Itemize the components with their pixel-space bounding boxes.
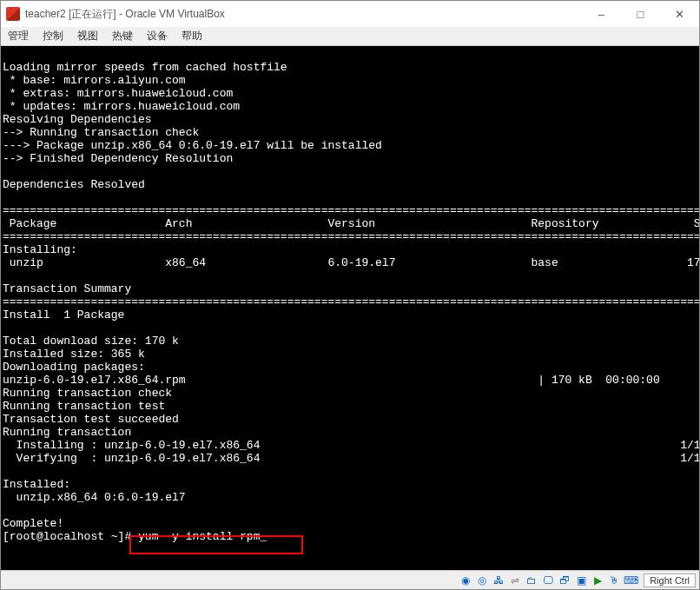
terminal-line: Dependencies Resolved bbox=[3, 178, 145, 191]
statusbar: ◉ ◎ 🖧 ⇌ 🗀 🖵 🗗 ▣ ▶ 🖰 ⌨ Right Ctrl bbox=[1, 570, 699, 589]
usb-icon[interactable]: ⇌ bbox=[508, 573, 522, 587]
terminal-line: Running transaction bbox=[3, 426, 131, 439]
host-key-indicator[interactable]: Right Ctrl bbox=[644, 573, 696, 587]
terminal-line: Install 1 Package bbox=[3, 308, 124, 322]
terminal-line: Loading mirror speeds from cached hostfi… bbox=[3, 61, 287, 74]
terminal-line: Downloading packages: bbox=[3, 361, 145, 374]
terminal-line: Installing : unzip-6.0-19.el7.x86_64 1/1 bbox=[3, 439, 699, 452]
terminal-line: Complete! bbox=[3, 517, 63, 530]
terminal-line: Running transaction test bbox=[3, 400, 165, 413]
separator: ========================================… bbox=[3, 204, 699, 217]
minimize-button[interactable]: – bbox=[582, 1, 621, 27]
terminal-line: Installing: bbox=[3, 243, 77, 256]
terminal-line: * base: mirrors.aliyun.com bbox=[3, 74, 186, 87]
terminal-line: Transaction test succeeded bbox=[3, 413, 179, 426]
keyboard-icon[interactable]: ⌨ bbox=[624, 573, 637, 587]
menu-devices[interactable]: 设备 bbox=[147, 29, 168, 43]
maximize-button[interactable]: □ bbox=[621, 1, 660, 27]
separator: ========================================… bbox=[3, 295, 699, 308]
virtualbox-icon bbox=[6, 7, 20, 21]
terminal-line: Installed: bbox=[3, 478, 70, 491]
terminal-line: --> Finished Dependency Resolution bbox=[3, 152, 233, 165]
terminal-line: --> Running transaction check bbox=[3, 126, 199, 139]
recording-icon[interactable]: ▣ bbox=[574, 573, 588, 587]
terminal-line: * updates: mirrors.huaweicloud.com bbox=[3, 100, 240, 113]
titlebar[interactable]: teacher2 [正在运行] - Oracle VM VirtualBox –… bbox=[1, 1, 699, 27]
menu-view[interactable]: 视图 bbox=[77, 29, 98, 43]
annotation-highlight bbox=[129, 535, 303, 554]
audio-icon[interactable]: 🗗 bbox=[558, 573, 571, 587]
optical-disk-icon[interactable]: ◎ bbox=[475, 573, 489, 587]
terminal-line: ---> Package unzip.x86_64 0:6.0-19.el7 w… bbox=[3, 139, 382, 152]
separator: ========================================… bbox=[3, 230, 699, 243]
terminal-line: Verifying : unzip-6.0-19.el7.x86_64 1/1 bbox=[3, 452, 699, 465]
virtualbox-window: teacher2 [正在运行] - Oracle VM VirtualBox –… bbox=[0, 0, 700, 590]
terminal-line: unzip-6.0-19.el7.x86_64.rpm | 170 kB 00:… bbox=[3, 374, 660, 387]
menubar: 管理 控制 视图 热键 设备 帮助 bbox=[1, 27, 699, 46]
shared-folder-icon[interactable]: 🗀 bbox=[525, 573, 538, 587]
terminal-line: Resolving Dependencies bbox=[3, 113, 152, 126]
terminal-line: Installed size: 365 k bbox=[3, 348, 145, 361]
table-header: Package Arch Version Repository Size bbox=[3, 217, 699, 230]
terminal-line: unzip.x86_64 0:6.0-19.el7 bbox=[3, 491, 186, 504]
shell-prompt: [root@localhost ~]# bbox=[3, 530, 138, 543]
menu-control[interactable]: 控制 bbox=[43, 29, 63, 43]
terminal-line: * extras: mirrors.huaweicloud.com bbox=[3, 87, 233, 100]
menu-help[interactable]: 帮助 bbox=[182, 29, 202, 43]
network-icon[interactable]: 🖧 bbox=[492, 573, 505, 587]
window-title: teacher2 [正在运行] - Oracle VM VirtualBox bbox=[25, 7, 582, 22]
hard-disk-icon[interactable]: ◉ bbox=[459, 573, 472, 587]
table-row: unzip x86_64 6.0-19.el7 base 170 k bbox=[3, 256, 699, 269]
terminal-line: Transaction Summary bbox=[3, 282, 131, 295]
menu-manage[interactable]: 管理 bbox=[8, 29, 29, 43]
mouse-integration-icon[interactable]: 🖰 bbox=[607, 573, 621, 587]
menu-hotkeys[interactable]: 热键 bbox=[112, 29, 133, 43]
display-icon[interactable]: 🖵 bbox=[541, 573, 555, 587]
close-button[interactable]: ✕ bbox=[660, 1, 699, 27]
vm-state-icon[interactable]: ▶ bbox=[591, 573, 604, 587]
terminal-line: Running transaction check bbox=[3, 387, 172, 400]
guest-terminal[interactable]: Loading mirror speeds from cached hostfi… bbox=[1, 46, 699, 570]
terminal-line: Total download size: 170 k bbox=[3, 335, 179, 348]
